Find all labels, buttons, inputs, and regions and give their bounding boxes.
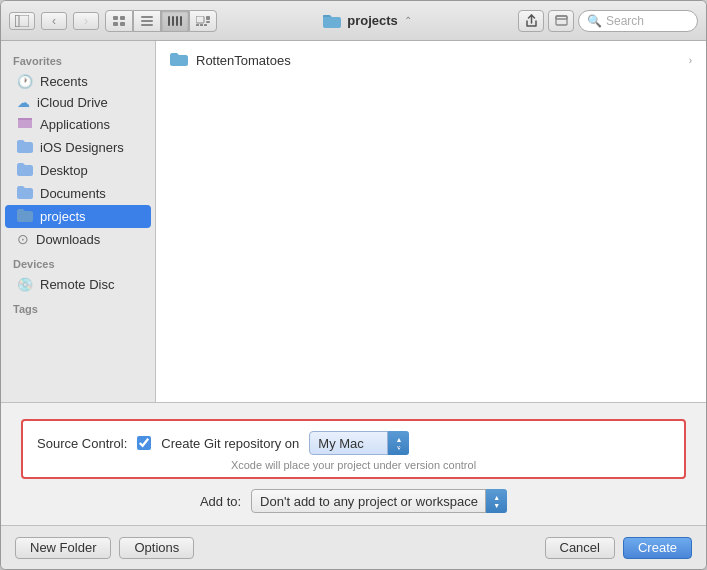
svg-rect-8 [141, 24, 153, 26]
sidebar-toggle-btn[interactable] [9, 12, 35, 30]
svg-rect-7 [141, 20, 153, 22]
svg-rect-17 [206, 16, 210, 20]
location-title: projects [347, 13, 398, 28]
icon-view-btn[interactable] [105, 10, 133, 32]
add-to-label: Add to: [200, 494, 241, 509]
search-bar[interactable]: 🔍 Search [578, 10, 698, 32]
svg-rect-3 [120, 16, 125, 20]
sidebar-item-remote-disc[interactable]: 💿 Remote Disc [5, 274, 151, 295]
documents-icon [17, 185, 33, 202]
sidebar-label-desktop: Desktop [40, 163, 88, 178]
file-browser: RottenTomatoes › [156, 41, 706, 402]
main-area: Favorites 🕐 Recents ☁ iCloud Drive Appli… [1, 41, 706, 402]
sidebar: Favorites 🕐 Recents ☁ iCloud Drive Appli… [1, 41, 156, 402]
new-folder-btn[interactable]: New Folder [15, 537, 111, 559]
svg-rect-0 [15, 15, 19, 27]
svg-rect-9 [168, 16, 170, 26]
svg-rect-19 [556, 16, 567, 25]
sidebar-label-recents: Recents [40, 74, 88, 89]
git-location-arrow[interactable] [387, 431, 409, 455]
sidebar-item-applications[interactable]: Applications [5, 113, 151, 136]
sidebar-item-desktop[interactable]: Desktop [5, 159, 151, 182]
downloads-icon: ⊙ [17, 231, 29, 247]
source-control-row: Source Control: Create Git repository on… [37, 431, 670, 455]
sidebar-label-applications: Applications [40, 117, 110, 132]
svg-rect-4 [113, 22, 118, 26]
location-chevron-icon[interactable]: ⌃ [404, 15, 412, 26]
file-item-rotten-tomatoes[interactable]: RottenTomatoes › [164, 49, 698, 72]
svg-rect-11 [176, 16, 178, 26]
back-btn[interactable]: ‹ [41, 12, 67, 30]
sidebar-label-projects: projects [40, 209, 86, 224]
svg-rect-5 [120, 22, 125, 26]
titlebar: ‹ › [1, 1, 706, 41]
location-bar: projects ⌃ [223, 13, 512, 28]
add-to-row: Add to: Don't add to any project or work… [21, 489, 686, 513]
folder-icon-rotten [170, 52, 188, 69]
svg-rect-2 [113, 16, 118, 20]
svg-rect-1 [15, 15, 29, 27]
file-chevron-icon: › [689, 55, 692, 66]
bottom-panel: Source Control: Create Git repository on… [1, 402, 706, 525]
desktop-icon [17, 162, 33, 179]
search-placeholder: Search [606, 14, 644, 28]
git-checkbox[interactable] [137, 436, 151, 450]
fullscreen-btn[interactable] [548, 10, 574, 32]
sidebar-item-icloud[interactable]: ☁ iCloud Drive [5, 92, 151, 113]
svg-rect-15 [200, 24, 203, 26]
sidebar-item-projects[interactable]: projects [5, 205, 151, 228]
svg-rect-14 [196, 24, 199, 26]
location-folder-icon [323, 14, 341, 28]
forward-btn[interactable]: › [73, 12, 99, 30]
recents-icon: 🕐 [17, 74, 33, 89]
sidebar-item-ios-designers[interactable]: iOS Designers [5, 136, 151, 159]
git-location-select-wrapper[interactable]: My Mac [309, 431, 409, 455]
list-view-btn[interactable] [133, 10, 161, 32]
tags-header: Tags [1, 295, 155, 319]
file-name-rotten-tomatoes: RottenTomatoes [196, 53, 291, 68]
disc-icon: 💿 [17, 277, 33, 292]
git-hint: Xcode will place your project under vers… [37, 459, 670, 471]
projects-icon [17, 208, 33, 225]
svg-rect-20 [556, 16, 567, 19]
add-to-arrow[interactable] [485, 489, 507, 513]
cancel-btn[interactable]: Cancel [545, 537, 615, 559]
footer: New Folder Options Cancel Create [1, 525, 706, 569]
view-button-group [105, 10, 217, 32]
search-icon: 🔍 [587, 14, 602, 28]
toolbar-actions: 🔍 Search [518, 10, 698, 32]
sidebar-label-remote-disc: Remote Disc [40, 277, 114, 292]
sidebar-item-downloads[interactable]: ⊙ Downloads [5, 228, 151, 250]
svg-rect-6 [141, 16, 153, 18]
sidebar-label-icloud: iCloud Drive [37, 95, 108, 110]
applications-icon [17, 116, 33, 133]
column-view-btn[interactable] [161, 10, 189, 32]
sidebar-label-ios-designers: iOS Designers [40, 140, 124, 155]
create-btn[interactable]: Create [623, 537, 692, 559]
svg-rect-13 [196, 16, 204, 23]
sidebar-item-recents[interactable]: 🕐 Recents [5, 71, 151, 92]
finder-save-dialog: ‹ › [0, 0, 707, 570]
gallery-view-btn[interactable] [189, 10, 217, 32]
git-checkbox-wrapper[interactable] [137, 436, 151, 450]
svg-rect-12 [180, 16, 182, 26]
source-control-label: Source Control: [37, 436, 127, 451]
favorites-header: Favorites [1, 47, 155, 71]
icloud-icon: ☁ [17, 95, 30, 110]
create-git-label: Create Git repository on [161, 436, 299, 451]
source-control-box: Source Control: Create Git repository on… [21, 419, 686, 479]
sidebar-label-downloads: Downloads [36, 232, 100, 247]
options-btn[interactable]: Options [119, 537, 194, 559]
svg-rect-18 [206, 21, 210, 23]
add-to-select-wrapper[interactable]: Don't add to any project or workspace [251, 489, 507, 513]
ios-designers-icon [17, 139, 33, 156]
add-to-select[interactable]: Don't add to any project or workspace [251, 489, 507, 513]
devices-header: Devices [1, 250, 155, 274]
svg-rect-16 [204, 24, 207, 26]
svg-rect-10 [172, 16, 174, 26]
sidebar-item-documents[interactable]: Documents [5, 182, 151, 205]
share-btn[interactable] [518, 10, 544, 32]
sidebar-label-documents: Documents [40, 186, 106, 201]
